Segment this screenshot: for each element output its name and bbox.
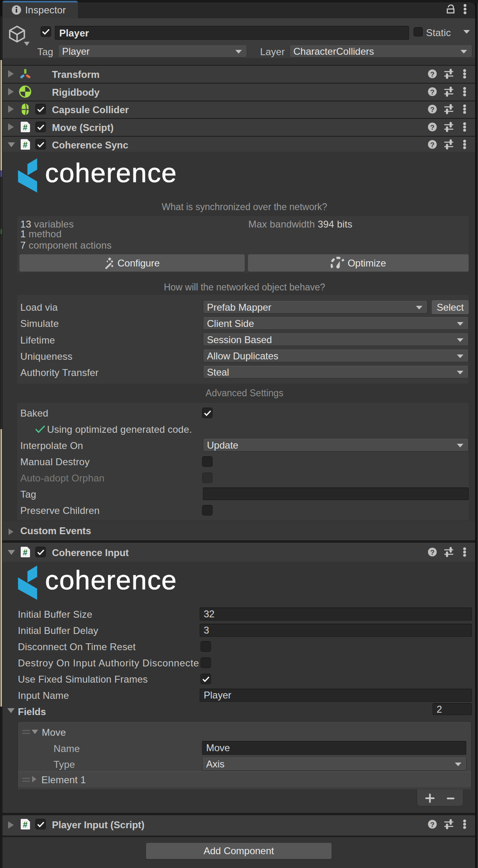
svg-text:#: #: [23, 820, 27, 829]
svg-text:#: #: [23, 140, 27, 149]
svg-text:#: #: [23, 548, 27, 557]
svg-text:#: #: [23, 123, 27, 132]
